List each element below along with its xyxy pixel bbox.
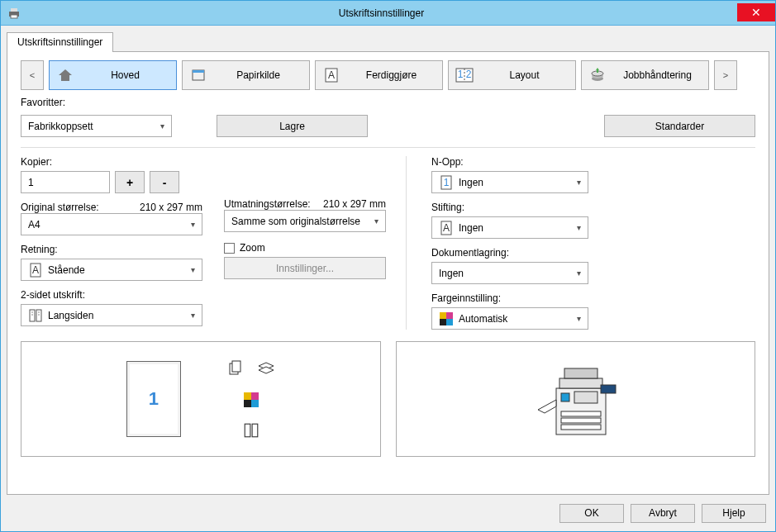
svg-rect-48 bbox=[564, 368, 597, 378]
zoom-checkbox[interactable] bbox=[224, 243, 235, 254]
chevron-down-icon: ▾ bbox=[577, 223, 581, 232]
chevron-down-icon: ▾ bbox=[191, 311, 195, 320]
favorites-select[interactable]: Fabrikkoppsett ▾ bbox=[21, 115, 172, 137]
stack-icon bbox=[257, 359, 275, 378]
output-option-icons bbox=[227, 359, 275, 439]
nav-main[interactable]: Hoved bbox=[49, 60, 177, 90]
staple-select[interactable]: A Ingen ▾ bbox=[431, 216, 588, 239]
orientation-label: Retning: bbox=[21, 244, 202, 255]
print-preferences-window: Utskriftsinnstillinger ✕ Utskriftsinnsti… bbox=[0, 0, 776, 532]
nav-job-handling-label: Jobbhåndtering bbox=[613, 69, 702, 81]
nav-next-button[interactable]: > bbox=[714, 60, 737, 90]
color-select[interactable]: Automatisk ▾ bbox=[431, 307, 588, 330]
duplex-field: 2-sidet utskrift: Langsiden ▾ bbox=[21, 289, 202, 326]
svg-rect-49 bbox=[601, 385, 616, 393]
nav-main-label: Hoved bbox=[81, 69, 169, 81]
tab-print-preferences[interactable]: Utskriftsinnstillinger bbox=[7, 32, 113, 52]
output-size-field: Utmatningstørrelse: 210 x 297 mm Samme s… bbox=[224, 198, 386, 232]
svg-marker-50 bbox=[538, 400, 556, 413]
color-mode-icon bbox=[244, 392, 259, 407]
portrait-icon: A bbox=[28, 263, 43, 278]
nav-paper-source-label: Papirkilde bbox=[214, 69, 302, 81]
save-favorite-button[interactable]: Lagre bbox=[217, 115, 368, 137]
svg-rect-31 bbox=[440, 319, 446, 325]
tab-panel: < Hoved Papirkilde A bbox=[7, 51, 769, 495]
copies-input[interactable]: 1 bbox=[21, 171, 110, 193]
svg-rect-41 bbox=[245, 424, 250, 437]
page-a-icon: A bbox=[439, 221, 454, 235]
nav-layout[interactable]: 12 Layout bbox=[448, 60, 576, 90]
svg-marker-3 bbox=[59, 69, 72, 81]
close-button[interactable]: ✕ bbox=[737, 3, 775, 21]
printer-app-icon bbox=[7, 7, 21, 20]
svg-rect-1 bbox=[11, 8, 17, 12]
nav-finishing[interactable]: A Ferdiggjøre bbox=[315, 60, 443, 90]
color-label: Fargeinnstilling: bbox=[431, 292, 613, 304]
svg-rect-5 bbox=[193, 70, 204, 73]
ok-button[interactable]: OK bbox=[559, 504, 624, 523]
docstore-select[interactable]: Ingen ▾ bbox=[431, 262, 588, 284]
home-icon bbox=[56, 66, 74, 84]
category-nav: < Hoved Papirkilde A bbox=[21, 60, 755, 90]
page-thumbnail: 1 bbox=[126, 361, 181, 437]
help-button[interactable]: Hjelp bbox=[702, 504, 766, 523]
chevron-down-icon: ▾ bbox=[374, 216, 378, 226]
nup-one-icon: 1 bbox=[439, 175, 454, 190]
copies-decrement[interactable]: - bbox=[150, 171, 179, 193]
divider bbox=[21, 147, 755, 148]
favorites-section: Favoritter: Fabrikkoppsett ▾ Lagre Stand… bbox=[21, 97, 755, 147]
svg-text:A: A bbox=[328, 69, 335, 81]
original-size-select[interactable]: A4 ▾ bbox=[21, 213, 202, 235]
svg-rect-51 bbox=[574, 392, 597, 403]
nav-paper-source[interactable]: Papirkilde bbox=[182, 60, 310, 90]
svg-rect-34 bbox=[232, 361, 240, 372]
svg-text:A: A bbox=[32, 264, 39, 276]
original-size-dim: 210 x 297 mm bbox=[140, 202, 202, 213]
page-preview-pane: 1 bbox=[21, 341, 381, 457]
svg-rect-16 bbox=[597, 69, 598, 73]
output-size-select[interactable]: Samme som originalstørrelse ▾ bbox=[224, 210, 386, 232]
copies-increment[interactable]: + bbox=[115, 171, 145, 193]
duplex-select[interactable]: Langsiden ▾ bbox=[21, 304, 202, 326]
titlebar: Utskriftsinnstillinger ✕ bbox=[1, 1, 775, 26]
zoom-settings-button[interactable]: Innstillinger... bbox=[224, 257, 386, 279]
svg-rect-52 bbox=[561, 393, 569, 401]
svg-marker-36 bbox=[259, 367, 274, 373]
output-size-dim: 210 x 297 mm bbox=[323, 198, 386, 210]
favorites-label: Favoritter: bbox=[21, 97, 755, 108]
svg-rect-44 bbox=[561, 418, 601, 423]
dialog-footer: OK Avbryt Hjelp bbox=[7, 495, 769, 525]
nup-select[interactable]: 1 Ingen ▾ bbox=[431, 171, 588, 193]
svg-text:A: A bbox=[443, 222, 450, 234]
duplex-label: 2-sidet utskrift: bbox=[21, 289, 202, 301]
chevron-down-icon: ▾ bbox=[191, 265, 195, 274]
svg-rect-42 bbox=[252, 424, 258, 437]
original-size-field: Original størrelse: 210 x 297 mm A4 ▾ bbox=[21, 202, 202, 235]
orientation-select[interactable]: A Stående ▾ bbox=[21, 259, 202, 281]
cancel-button[interactable]: Avbryt bbox=[631, 504, 695, 523]
nav-job-handling[interactable]: Jobbhåndtering bbox=[581, 60, 709, 90]
copies-label: Kopier: bbox=[21, 156, 202, 168]
chevron-down-icon: ▾ bbox=[191, 220, 195, 229]
chevron-down-icon: ▾ bbox=[577, 178, 581, 187]
color-swatch-icon bbox=[439, 311, 454, 326]
svg-rect-37 bbox=[244, 392, 251, 400]
svg-rect-32 bbox=[446, 319, 453, 325]
svg-rect-47 bbox=[559, 378, 602, 388]
tabstrip: Utskriftsinnstillinger bbox=[7, 31, 769, 51]
staple-field: Stifting: A Ingen ▾ bbox=[431, 202, 613, 239]
printer-preview-pane bbox=[396, 341, 756, 457]
svg-rect-46 bbox=[561, 411, 601, 416]
defaults-button[interactable]: Standarder bbox=[604, 115, 755, 137]
svg-text:2: 2 bbox=[466, 69, 472, 80]
nav-layout-label: Layout bbox=[480, 69, 569, 81]
long-edge-icon bbox=[28, 308, 43, 323]
svg-text:1: 1 bbox=[458, 69, 464, 80]
window-title: Utskriftsinnstillinger bbox=[26, 7, 737, 19]
nup-field: N-Opp: 1 Ingen ▾ bbox=[431, 156, 613, 193]
docstore-field: Dokumentlagring: Ingen ▾ bbox=[431, 247, 613, 284]
svg-rect-19 bbox=[30, 310, 35, 321]
output-size-label: Utmatningstørrelse: bbox=[224, 198, 311, 210]
duplex-icon bbox=[243, 422, 259, 439]
nav-prev-button[interactable]: < bbox=[21, 60, 44, 90]
